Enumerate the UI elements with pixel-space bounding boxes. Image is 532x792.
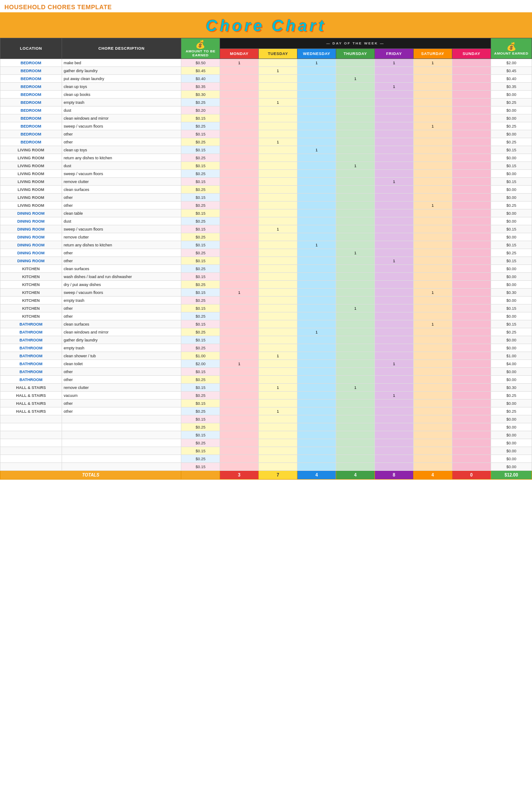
day-cell-sat xyxy=(413,423,452,431)
day-cell-fri xyxy=(374,384,413,392)
day-cell-wed xyxy=(297,455,336,463)
chore-cell: other xyxy=(62,368,181,376)
day-cell-mon xyxy=(220,407,259,415)
earned-cell: $0.00 xyxy=(491,423,532,431)
day-cell-sat: 1 xyxy=(413,59,452,67)
chore-cell: clean up books xyxy=(62,91,181,99)
day-cell-sun xyxy=(452,249,491,257)
day-cell-tue: 1 xyxy=(259,67,297,75)
earned-cell: $0.00 xyxy=(491,336,532,344)
day-cell-fri: 1 xyxy=(374,83,413,91)
location-cell: LIVING ROOM xyxy=(0,178,62,186)
chore-cell xyxy=(62,463,181,471)
day-cell-wed xyxy=(297,130,336,138)
day-cell-sun xyxy=(452,241,491,249)
day-cell-sun xyxy=(452,154,491,162)
day-cell-sat xyxy=(413,217,452,225)
chore-cell: empty trash xyxy=(62,297,181,304)
day-cell-sun xyxy=(452,423,491,431)
day-cell-wed xyxy=(297,431,336,439)
location-cell: BATHROOM xyxy=(0,368,62,376)
earned-cell: $0.15 xyxy=(491,241,532,249)
chore-cell: other xyxy=(62,400,181,407)
chore-cell: dust xyxy=(62,162,181,170)
table-row: BATHROOMother$0.15$0.00 xyxy=(0,368,532,376)
totals-thursday: 4 xyxy=(336,471,374,480)
day-cell-fri xyxy=(374,439,413,447)
earned-cell: $0.30 xyxy=(491,384,532,392)
day-cell-sun xyxy=(452,281,491,289)
earned-cell: $0.15 xyxy=(491,146,532,154)
day-cell-sun xyxy=(452,320,491,328)
day-cell-sun xyxy=(452,407,491,415)
location-cell xyxy=(0,431,62,439)
chore-cell: clean windows and mirror xyxy=(62,328,181,336)
day-cell-thu xyxy=(336,91,374,99)
day-cell-wed xyxy=(297,415,336,423)
day-cell-mon xyxy=(220,431,259,439)
location-cell: KITCHEN xyxy=(0,265,62,273)
day-cell-mon xyxy=(220,328,259,336)
day-cell-fri xyxy=(374,376,413,384)
day-cell-sun xyxy=(452,336,491,344)
day-cell-mon xyxy=(220,392,259,400)
day-cell-thu xyxy=(336,59,374,67)
day-cell-wed xyxy=(297,265,336,273)
table-row: BATHROOMother$0.25$0.00 xyxy=(0,376,532,384)
day-cell-sat xyxy=(413,91,452,99)
table-row: DINING ROOMremove clutter$0.25$0.00 xyxy=(0,233,532,241)
day-cell-tue xyxy=(259,162,297,170)
day-cell-mon xyxy=(220,202,259,209)
day-cell-thu xyxy=(336,415,374,423)
day-cell-mon: 1 xyxy=(220,360,259,368)
day-cell-fri xyxy=(374,130,413,138)
amount-cell: $0.25 xyxy=(181,281,220,289)
earned-cell: $0.00 xyxy=(491,217,532,225)
day-cell-fri xyxy=(374,91,413,99)
table-row: LIVING ROOMclean surfaces$0.25$0.00 xyxy=(0,186,532,194)
table-row: KITCHENother$0.151$0.15 xyxy=(0,304,532,312)
day-cell-sat xyxy=(413,75,452,83)
day-cell-tue xyxy=(259,273,297,281)
earned-cell: $0.00 xyxy=(491,297,532,304)
earned-cell: $4.00 xyxy=(491,360,532,368)
amount-cell: $0.30 xyxy=(181,91,220,99)
earned-cell: $0.25 xyxy=(491,328,532,336)
day-cell-sun xyxy=(452,106,491,114)
chore-cell: put away clean laundry xyxy=(62,75,181,83)
amount-cell: $0.15 xyxy=(181,447,220,455)
amount-cell: $0.15 xyxy=(181,463,220,471)
amount-cell: $0.15 xyxy=(181,178,220,186)
col-header-saturday: SATURDAY xyxy=(413,48,452,59)
table-row: KITCHENdry / put away dishes$0.25$0.00 xyxy=(0,281,532,289)
table-row: HALL & STAIRSvacuum$0.251$0.25 xyxy=(0,392,532,400)
amount-cell: $0.25 xyxy=(181,138,220,146)
day-cell-mon xyxy=(220,265,259,273)
table-row: LIVING ROOMremove clutter$0.151$0.15 xyxy=(0,178,532,186)
day-cell-thu xyxy=(336,114,374,122)
location-cell: HALL & STAIRS xyxy=(0,392,62,400)
amount-cell: $0.15 xyxy=(181,114,220,122)
day-cell-tue xyxy=(259,241,297,249)
day-cell-sat xyxy=(413,162,452,170)
day-cell-sun xyxy=(452,178,491,186)
day-cell-wed xyxy=(297,360,336,368)
day-cell-wed: 1 xyxy=(297,146,336,154)
day-cell-sat xyxy=(413,225,452,233)
day-cell-thu xyxy=(336,431,374,439)
day-cell-sat xyxy=(413,170,452,178)
chore-cell xyxy=(62,447,181,455)
day-cell-wed xyxy=(297,138,336,146)
day-cell-fri xyxy=(374,447,413,455)
day-cell-fri xyxy=(374,122,413,130)
day-cell-thu xyxy=(336,392,374,400)
day-cell-thu xyxy=(336,423,374,431)
day-cell-sat xyxy=(413,312,452,320)
table-row: $0.25$0.00 xyxy=(0,439,532,447)
day-cell-wed xyxy=(297,154,336,162)
day-cell-wed xyxy=(297,407,336,415)
day-cell-sun xyxy=(452,312,491,320)
day-cell-thu xyxy=(336,130,374,138)
table-row: $0.15$0.00 xyxy=(0,463,532,471)
location-cell: KITCHEN xyxy=(0,273,62,281)
